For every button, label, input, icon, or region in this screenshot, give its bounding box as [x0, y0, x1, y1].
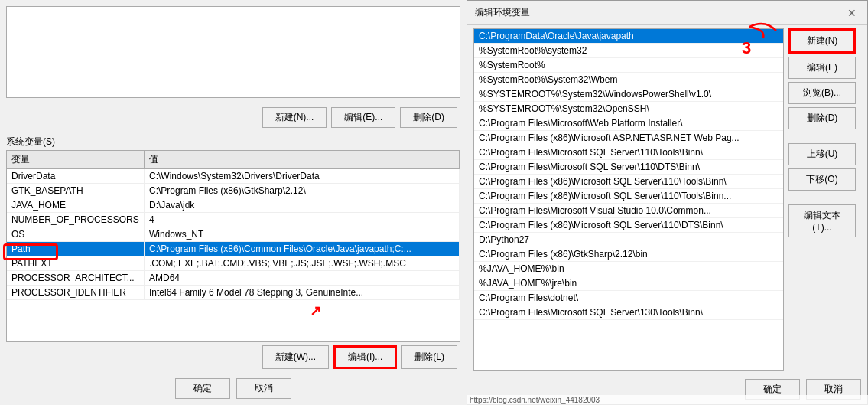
- delete-sys-btn[interactable]: 删除(L): [401, 345, 457, 369]
- table-row[interactable]: OSWindows_NT: [7, 227, 460, 242]
- table-cell-var: DriverData: [7, 169, 145, 183]
- table-row[interactable]: PATHEXT.COM;.EXE;.BAT;.CMD;.VBS;.VBE;.JS…: [7, 256, 460, 271]
- sys-vars-table: 变量 值 DriverDataC:\Windows\System32\Drive…: [6, 150, 460, 342]
- close-button[interactable]: ✕: [844, 5, 860, 21]
- table-cell-val: AMD64: [145, 271, 460, 285]
- list-item[interactable]: D:\Python27: [474, 233, 783, 247]
- header-var: 变量: [7, 151, 145, 168]
- list-item[interactable]: %SystemRoot%\system32: [474, 44, 783, 58]
- list-item[interactable]: C:\Program Files (x86)\GtkSharp\2.12\bin: [474, 247, 783, 262]
- table-row[interactable]: DriverDataC:\Windows\System32\Drivers\Dr…: [7, 169, 460, 184]
- list-item[interactable]: C:\Program Files\Microsoft Visual Studio…: [474, 204, 783, 218]
- table-cell-var: PROCESSOR_IDENTIFIER: [7, 286, 145, 299]
- list-item[interactable]: %JAVA_HOME%\jre\bin: [474, 276, 783, 291]
- right-edit-text-btn[interactable]: 编辑文本(T)...: [788, 204, 856, 237]
- table-cell-var: GTK_BASEPATH: [7, 184, 145, 198]
- list-item[interactable]: C:\Program Files\Microsoft SQL Server\11…: [474, 160, 783, 175]
- right-move-up-btn[interactable]: 上移(U): [788, 143, 856, 165]
- list-item[interactable]: C:\Program Files (x86)\Microsoft ASP.NET…: [474, 131, 783, 145]
- table-cell-val: C:\Program Files (x86)\Common Files\Orac…: [145, 242, 460, 256]
- list-item[interactable]: C:\ProgramData\Oracle\Java\javapath: [474, 29, 783, 44]
- list-item[interactable]: C:\Program Files (x86)\Microsoft SQL Ser…: [474, 175, 783, 189]
- list-item[interactable]: C:\Program Files (x86)\Microsoft SQL Ser…: [474, 189, 783, 204]
- table-cell-var: PATHEXT: [7, 256, 145, 270]
- table-cell-var: NUMBER_OF_PROCESSORS: [7, 213, 145, 227]
- list-item[interactable]: %SystemRoot%: [474, 58, 783, 73]
- new-sys-btn[interactable]: 新建(W)...: [262, 345, 329, 369]
- table-row[interactable]: NUMBER_OF_PROCESSORS4: [7, 213, 460, 227]
- list-item[interactable]: %SYSTEMROOT%\System32\OpenSSH\: [474, 102, 783, 116]
- table-cell-val: Intel64 Family 6 Model 78 Stepping 3, Ge…: [145, 286, 460, 299]
- table-cell-var: Path: [7, 242, 145, 256]
- table-body[interactable]: DriverDataC:\Windows\System32\Drivers\Dr…: [7, 169, 460, 338]
- table-cell-val: D:\Java\jdk: [145, 198, 460, 212]
- env-path-list[interactable]: C:\ProgramData\Oracle\Java\javapath%Syst…: [474, 29, 783, 370]
- url-bar: https://blog.csdn.net/weixin_44182003: [467, 395, 868, 405]
- btn-row-2: 新建(W)... 编辑(I)... 删除(L): [6, 345, 460, 369]
- table-row[interactable]: PROCESSOR_ARCHITECT...AMD64: [7, 271, 460, 286]
- right-title-bar: 编辑环境变量 ✕: [467, 1, 867, 25]
- table-row[interactable]: JAVA_HOMED:\Java\jdk: [7, 198, 460, 213]
- list-item[interactable]: C:\Program Files\dotnet\: [474, 291, 783, 305]
- list-item[interactable]: C:\Program Files\Microsoft\Web Platform …: [474, 116, 783, 131]
- right-move-down-btn[interactable]: 下移(O): [788, 168, 856, 191]
- ok-button[interactable]: 确定: [175, 378, 230, 399]
- right-browse-btn[interactable]: 浏览(B)...: [788, 82, 856, 104]
- table-cell-val: .COM;.EXE;.BAT;.CMD;.VBS;.VBE;.JS;.JSE;.…: [145, 256, 460, 270]
- table-cell-val: 4: [145, 213, 460, 227]
- list-item[interactable]: C:\Program Files\Microsoft SQL Server\13…: [474, 305, 783, 320]
- edit-user-btn[interactable]: 编辑(E)...: [331, 107, 395, 128]
- table-header: 变量 值: [7, 151, 460, 169]
- table-row[interactable]: PathC:\Program Files (x86)\Common Files\…: [7, 242, 460, 256]
- list-item[interactable]: %JAVA_HOME%\bin: [474, 262, 783, 276]
- right-delete-btn[interactable]: 删除(D): [788, 107, 856, 129]
- delete-user-btn[interactable]: 删除(D): [400, 107, 457, 128]
- new-user-btn[interactable]: 新建(N)...: [262, 107, 327, 128]
- table-cell-val: C:\Windows\System32\Drivers\DriverData: [145, 169, 460, 183]
- list-item[interactable]: %SystemRoot%\System32\Wbem: [474, 73, 783, 87]
- right-title-text: 编辑环境变量: [475, 6, 530, 19]
- list-item[interactable]: %SYSTEMROOT%\System32\WindowsPowerShell\…: [474, 87, 783, 102]
- table-cell-var: PROCESSOR_ARCHITECT...: [7, 271, 145, 285]
- right-new-btn[interactable]: 新建(N): [788, 28, 856, 54]
- table-row[interactable]: GTK_BASEPATHC:\Program Files (x86)\GtkSh…: [7, 184, 460, 198]
- sys-vars-section: 系统变量(S) 变量 值 DriverDataC:\Windows\System…: [6, 132, 460, 342]
- table-cell-val: C:\Program Files (x86)\GtkSharp\2.12\: [145, 184, 460, 198]
- ok-cancel-row: 确定 取消: [6, 378, 460, 399]
- top-section: [6, 6, 460, 98]
- cancel-button[interactable]: 取消: [236, 378, 291, 399]
- list-item[interactable]: C:\Program Files\Microsoft SQL Server\11…: [474, 145, 783, 160]
- table-cell-var: JAVA_HOME: [7, 198, 145, 212]
- table-cell-var: OS: [7, 227, 145, 241]
- btn-row-1: 新建(N)... 编辑(E)... 删除(D): [6, 107, 460, 128]
- edit-sys-btn[interactable]: 编辑(I)...: [333, 345, 397, 369]
- right-edit-btn[interactable]: 编辑(E): [788, 57, 856, 79]
- table-row[interactable]: PROCESSOR_IDENTIFIERIntel64 Family 6 Mod…: [7, 286, 460, 300]
- header-val: 值: [145, 151, 460, 168]
- sys-vars-label: 系统变量(S): [6, 136, 460, 149]
- list-item[interactable]: C:\Program Files (x86)\Microsoft SQL Ser…: [474, 218, 783, 233]
- table-cell-val: Windows_NT: [145, 227, 460, 241]
